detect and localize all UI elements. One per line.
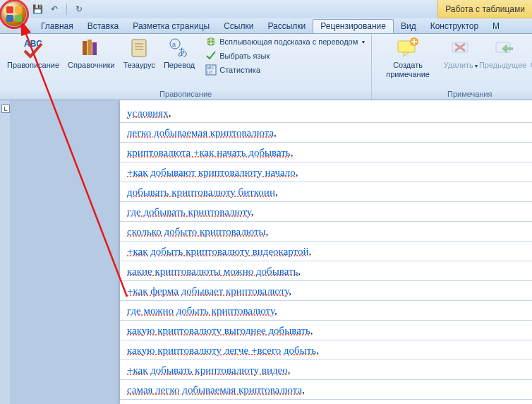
group-spelling: ABC Правописание Справочники Тезаурус aあ… bbox=[0, 34, 372, 100]
link-text[interactable]: легко добываемая криптовалюта bbox=[127, 127, 274, 138]
quick-access-toolbar: 💾 ↶ ↻ bbox=[31, 0, 85, 18]
svg-marker-18 bbox=[404, 52, 409, 57]
document-page[interactable]: условиях, легко добываемая криптовалюта,… bbox=[120, 100, 532, 404]
trail-punct: , bbox=[251, 206, 254, 218]
tab-insert[interactable]: Вставка bbox=[80, 20, 126, 33]
page-scroll-area[interactable]: условиях, легко добываемая криптовалюта,… bbox=[11, 100, 532, 404]
link-text[interactable]: +как добывать криптовалюту видео bbox=[127, 364, 288, 376]
table-row[interactable]: какие криптовалюты можно добывать, bbox=[120, 261, 532, 281]
button-translate[interactable]: aあ Перевод bbox=[161, 35, 198, 71]
button-spelling[interactable]: ABC Правописание bbox=[4, 35, 62, 71]
title-bar: 💾 ↶ ↻ Работа с таблицами bbox=[0, 0, 532, 18]
svg-text:あ: あ bbox=[178, 46, 188, 57]
undo-icon[interactable]: ↶ bbox=[48, 3, 61, 16]
button-delete-comment[interactable]: Удалить▾ bbox=[442, 35, 479, 72]
svg-rect-1 bbox=[83, 41, 87, 55]
table-row[interactable]: условиях, bbox=[120, 103, 532, 123]
trail-punct: , bbox=[289, 285, 291, 297]
trail-punct: , bbox=[266, 226, 269, 237]
link-text[interactable]: какую криптовалюту легче +всего добыть bbox=[127, 345, 316, 356]
group-title-spelling: Правописание bbox=[4, 88, 367, 98]
svg-rect-2 bbox=[87, 40, 92, 55]
button-thesaurus[interactable]: Тезаурус bbox=[121, 35, 158, 71]
translate-icon: aあ bbox=[168, 37, 191, 59]
button-references[interactable]: Справочники bbox=[65, 35, 118, 71]
table-row[interactable]: +как добыть криптовалюту видеокартой, bbox=[120, 242, 532, 261]
delete-icon bbox=[449, 37, 472, 59]
spelling-icon: ABC bbox=[22, 37, 44, 59]
svg-rect-3 bbox=[92, 42, 97, 55]
table-row[interactable]: +как добывают криптовалюту начало, bbox=[120, 162, 532, 182]
stats-icon: ABC123 bbox=[205, 64, 217, 76]
table-row[interactable]: криптовалюта +как начать добывать, bbox=[120, 143, 532, 162]
link-text[interactable]: сколько добыто криптовалюты bbox=[127, 226, 266, 237]
link-text[interactable]: где добывать криптовалюту bbox=[127, 206, 251, 218]
link-text[interactable]: самая легко добываемая криптовалюта bbox=[127, 384, 302, 396]
dropdown-arrow-icon: ▾ bbox=[475, 63, 478, 69]
table-row[interactable]: где можно добыть криптовалюту, bbox=[120, 301, 532, 321]
tab-pagelayout[interactable]: Разметка страницы bbox=[126, 20, 217, 33]
trail-punct: , bbox=[308, 246, 311, 257]
table-row[interactable]: добывать криптовалюту биткоин, bbox=[120, 182, 532, 202]
link-text[interactable]: +как добывают криптовалюту начало bbox=[127, 167, 296, 178]
table-row[interactable]: где добывать криптовалюту, bbox=[120, 202, 532, 222]
globe-icon bbox=[205, 36, 217, 47]
tab-view[interactable]: Вид bbox=[394, 20, 423, 33]
tab-align-icon[interactable]: L bbox=[1, 105, 10, 113]
button-pick-language[interactable]: Выбрать язык bbox=[203, 49, 367, 62]
workspace: L условиях, легко добываемая криптовалют… bbox=[0, 100, 532, 404]
link-text[interactable]: +как добыть криптовалюту видеокартой bbox=[127, 246, 308, 257]
link-text[interactable]: условиях bbox=[127, 107, 169, 119]
office-button[interactable] bbox=[1, 1, 27, 27]
link-text[interactable]: какие криптовалюты можно добывать bbox=[127, 266, 298, 277]
save-icon[interactable]: 💾 bbox=[31, 3, 44, 16]
link-text[interactable]: +как ферма добывает криптовалюту bbox=[127, 285, 289, 297]
trail-punct: , bbox=[275, 186, 278, 198]
trail-punct: , bbox=[169, 107, 171, 119]
tab-m[interactable]: М bbox=[485, 20, 507, 33]
thesaurus-icon bbox=[128, 37, 150, 59]
group-title-comments: Примечания bbox=[376, 88, 532, 98]
books-icon bbox=[80, 37, 102, 59]
new-comment-icon bbox=[397, 37, 419, 59]
button-prev-comment[interactable]: Предыдущее bbox=[482, 35, 524, 71]
check-icon bbox=[205, 50, 217, 61]
dropdown-arrow-icon: ▾ bbox=[362, 39, 365, 45]
table-row[interactable]: какую криптовалюту выгоднее добывать, bbox=[120, 321, 532, 340]
link-text[interactable]: где можно добыть криптовалюту bbox=[127, 305, 274, 316]
group-comments: Создать примечание Удалить▾ Предыдущее С… bbox=[372, 34, 532, 100]
trail-punct: , bbox=[288, 364, 291, 376]
svg-text:a: a bbox=[172, 41, 176, 48]
ruler-gutter: L bbox=[0, 100, 11, 404]
svg-text:123: 123 bbox=[207, 70, 213, 74]
tab-mailings[interactable]: Рассылки bbox=[260, 20, 313, 33]
trail-punct: , bbox=[316, 345, 319, 356]
button-stats[interactable]: ABC123 Статистика bbox=[203, 64, 367, 76]
tab-references[interactable]: Ссылки bbox=[217, 20, 260, 33]
ribbon: ABC Правописание Справочники Тезаурус aあ… bbox=[0, 34, 532, 100]
table-row[interactable]: сколько добыто криптовалюты, bbox=[120, 222, 532, 242]
table-row[interactable]: самая легко добываемая криптовалюта, bbox=[120, 380, 532, 400]
trail-punct: , bbox=[274, 127, 277, 138]
tab-review[interactable]: Рецензирование bbox=[313, 19, 394, 33]
trail-punct: , bbox=[296, 167, 298, 178]
button-next-comment[interactable]: Следую bbox=[526, 35, 532, 71]
table-tools-context-tab[interactable]: Работа с таблицами bbox=[437, 0, 532, 18]
trail-punct: , bbox=[298, 266, 301, 277]
tab-design[interactable]: Конструктор bbox=[423, 20, 485, 33]
svg-rect-4 bbox=[132, 40, 146, 57]
trail-punct: , bbox=[274, 305, 277, 316]
table-row[interactable]: +как ферма добывает криптовалюту, bbox=[120, 281, 532, 301]
button-new-comment[interactable]: Создать примечание bbox=[376, 35, 440, 81]
qat-divider bbox=[66, 4, 67, 15]
tab-home[interactable]: Главная bbox=[34, 20, 80, 33]
redo-icon[interactable]: ↻ bbox=[73, 3, 85, 16]
trail-punct: , bbox=[302, 384, 305, 396]
table-row[interactable]: +как добывать криптовалюту видео, bbox=[120, 360, 532, 380]
button-translate-hint[interactable]: Всплывающая подсказка с переводом▾ bbox=[203, 35, 367, 48]
link-text[interactable]: добывать криптовалюту биткоин bbox=[127, 186, 275, 198]
table-row[interactable]: легко добываемая криптовалюта, bbox=[120, 123, 532, 143]
link-text[interactable]: какую криптовалюту выгоднее добывать bbox=[127, 325, 310, 336]
table-row[interactable]: какую криптовалюту легче +всего добыть, bbox=[120, 340, 532, 360]
link-text[interactable]: криптовалюта +как начать добывать bbox=[127, 147, 291, 158]
